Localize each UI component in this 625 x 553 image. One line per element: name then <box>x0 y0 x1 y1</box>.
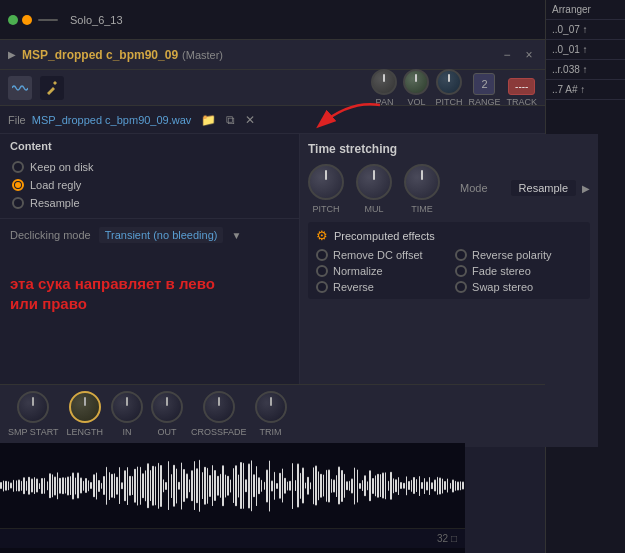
in-knob-container: IN <box>111 391 143 437</box>
sidebar-item-arranger[interactable]: Arranger <box>546 0 625 20</box>
ts-time-container: TIME <box>404 164 440 214</box>
sidebar-item-4[interactable]: ..7 A# ↑ <box>546 80 625 100</box>
load-regly-label: Load regly <box>30 179 81 191</box>
folder-icon[interactable]: 📁 <box>201 113 216 127</box>
in-label: IN <box>123 427 132 437</box>
fade-stereo-label: Fade stereo <box>472 265 531 277</box>
file-name: MSP_dropped c_bpm90_09.wav <box>32 114 192 126</box>
close-button[interactable]: × <box>521 47 537 63</box>
waveform-canvas <box>0 443 465 528</box>
load-regly-radio[interactable] <box>12 179 24 191</box>
declicking-dropdown[interactable]: Transient (no bleeding) <box>99 227 224 243</box>
pitch-knob-container: PITCH <box>435 69 462 107</box>
ts-time-label: TIME <box>411 204 433 214</box>
ts-mul-label: MUL <box>364 204 383 214</box>
length-knob[interactable] <box>69 391 101 423</box>
vol-knob[interactable] <box>403 69 429 95</box>
radio-group: Keep on disk Load regly Resample <box>0 156 299 214</box>
keep-on-disk-item[interactable]: Keep on disk <box>12 158 287 176</box>
ts-time-knob[interactable] <box>404 164 440 200</box>
pan-knob-container: PAN <box>371 69 397 107</box>
smp-knob[interactable] <box>17 391 49 423</box>
dot-orange <box>22 15 32 25</box>
ts-knobs-row: PITCH MUL TIME Mode Resample ▶ <box>308 164 590 214</box>
close-file-icon[interactable]: ✕ <box>245 113 255 127</box>
waveform-icon[interactable] <box>8 76 32 100</box>
sidebar-item-3[interactable]: ..r.038 ↑ <box>546 60 625 80</box>
vol-label: VOL <box>407 97 425 107</box>
in-knob[interactable] <box>111 391 143 423</box>
file-label: File <box>8 114 26 126</box>
effect-reverse-polarity[interactable]: Reverse polarity <box>455 249 582 261</box>
smp-knob-container: SMP START <box>8 391 59 437</box>
effect-normalize[interactable]: Normalize <box>316 265 443 277</box>
track-knob-container: ---- TRACK <box>506 78 537 107</box>
annotation-line2: или право <box>10 294 215 314</box>
length-label: LENGTH <box>67 427 104 437</box>
fade-stereo-radio[interactable] <box>455 265 467 277</box>
resample-radio[interactable] <box>12 197 24 209</box>
out-knob[interactable] <box>151 391 183 423</box>
mode-dropdown[interactable]: Resample <box>511 180 577 196</box>
trim-knob[interactable] <box>255 391 287 423</box>
declicking-row: Declicking mode Transient (no bleeding) … <box>0 223 299 247</box>
waveform-area: 32 □ <box>0 443 465 553</box>
reverse-label: Reverse <box>333 281 374 293</box>
waveform-footer: 32 □ <box>0 528 465 548</box>
bottom-knobs-row: SMP START LENGTH IN OUT CROSSFADE TRIM <box>0 384 545 443</box>
ts-pitch-container: PITCH <box>308 164 344 214</box>
crossfade-knob[interactable] <box>203 391 235 423</box>
track-button[interactable]: ---- <box>508 78 535 95</box>
normalize-radio[interactable] <box>316 265 328 277</box>
reverse-polarity-radio[interactable] <box>455 249 467 261</box>
solo-label: Solo_6_13 <box>70 14 123 26</box>
file-bar: File MSP_dropped c_bpm90_09.wav 📁 ⧉ ✕ <box>0 106 545 134</box>
top-bar-dots <box>8 15 32 25</box>
copy-icon[interactable]: ⧉ <box>226 113 235 127</box>
annotation-line1: эта сука направляет в лево <box>10 274 215 294</box>
effect-reverse[interactable]: Reverse <box>316 281 443 293</box>
bit-depth-label: 32 □ <box>437 533 457 544</box>
pitch-label: PITCH <box>435 97 462 107</box>
dot-green <box>8 15 18 25</box>
range-knob-container: 2 RANGE <box>468 73 500 107</box>
resample-label: Resample <box>30 197 80 209</box>
sidebar-item-1[interactable]: ..0_07 ↑ <box>546 20 625 40</box>
resample-item[interactable]: Resample <box>12 194 287 212</box>
remove-dc-radio[interactable] <box>316 249 328 261</box>
out-label: OUT <box>158 427 177 437</box>
load-regly-item[interactable]: Load regly <box>12 176 287 194</box>
sidebar-item-2[interactable]: ..0_01 ↑ <box>546 40 625 60</box>
effect-swap-stereo[interactable]: Swap stereo <box>455 281 582 293</box>
minimize-button[interactable]: − <box>499 47 515 63</box>
swap-stereo-radio[interactable] <box>455 281 467 293</box>
reverse-radio[interactable] <box>316 281 328 293</box>
precomputed-header: ⚙ Precomputed effects <box>316 228 582 243</box>
title-arrow: ▶ <box>8 49 16 60</box>
pitch-knob[interactable] <box>436 69 462 95</box>
crossfade-knob-container: CROSSFADE <box>191 391 247 437</box>
out-knob-container: OUT <box>151 391 183 437</box>
dropdown-arrow-icon: ▼ <box>231 230 241 241</box>
time-stretching-header: Time stretching <box>308 142 590 156</box>
effects-grid: Remove DC offset Reverse polarity Normal… <box>316 249 582 293</box>
ts-pitch-label: PITCH <box>313 204 340 214</box>
normalize-label: Normalize <box>333 265 383 277</box>
ts-pitch-knob[interactable] <box>308 164 344 200</box>
keep-on-disk-label: Keep on disk <box>30 161 94 173</box>
effect-fade-stereo[interactable]: Fade stereo <box>455 265 582 277</box>
title-text: MSP_dropped c_bpm90_09 <box>22 48 178 62</box>
annotation-overlay: эта сука направляет в лево или право <box>10 274 215 313</box>
keep-on-disk-radio[interactable] <box>12 161 24 173</box>
trim-knob-container: TRIM <box>255 391 287 437</box>
track-label: TRACK <box>506 97 537 107</box>
wrench-icon[interactable] <box>40 76 64 100</box>
pan-knob[interactable] <box>371 69 397 95</box>
toolbar: PAN VOL PITCH 2 RANGE ---- TRACK <box>0 70 545 106</box>
range-badge[interactable]: 2 <box>473 73 495 95</box>
ts-mul-knob[interactable] <box>356 164 392 200</box>
content-panel: ▶ MSP_dropped c_bpm90_09 (Master) − × <box>0 40 545 553</box>
main-container: Solo_6_13 Arranger ..0_07 ↑ ..0_01 ↑ ..r… <box>0 0 625 553</box>
effect-remove-dc[interactable]: Remove DC offset <box>316 249 443 261</box>
swap-stereo-label: Swap stereo <box>472 281 533 293</box>
